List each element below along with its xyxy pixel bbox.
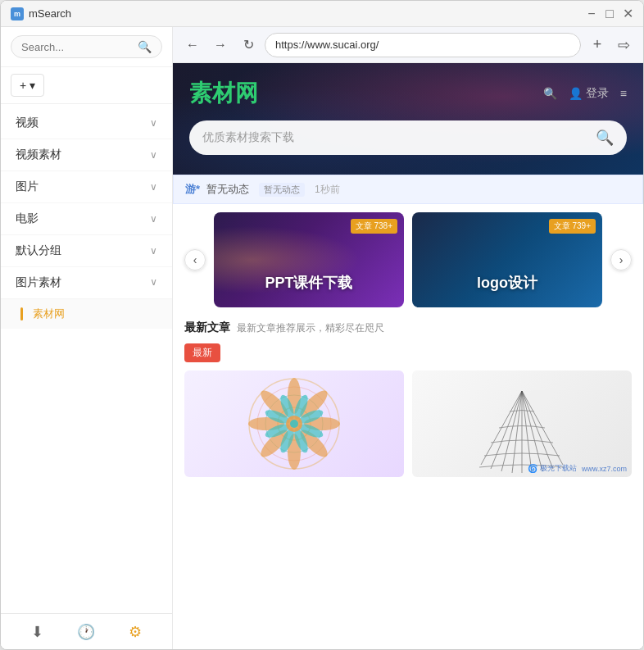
sidebar-item-label: 视频素材 xyxy=(16,148,61,162)
chevron-down-icon: ∨ xyxy=(150,245,157,257)
search-icon: 🔍 xyxy=(138,40,152,53)
next-button[interactable]: › xyxy=(610,249,632,270)
sidebar-search-area: 🔍 xyxy=(1,27,172,67)
sub-nav-item-sucai[interactable]: 素材网 xyxy=(1,299,172,329)
prev-button[interactable]: ‹ xyxy=(184,249,206,270)
site-login-button[interactable]: 👤 登录 xyxy=(569,86,609,101)
status-badge: 暂无动态 xyxy=(259,183,305,197)
articles-desc: 最新文章推荐展示，精彩尽在咫尺 xyxy=(237,321,384,335)
card-logo[interactable]: 文章 739+ logo设计 xyxy=(412,212,602,307)
chevron-down-icon: ∨ xyxy=(150,181,157,193)
nav-list: 视频 ∨ 视频素材 ∨ 图片 ∨ 电影 ∨ 默认分组 ∨ xyxy=(1,104,172,613)
next-icon: › xyxy=(619,253,624,266)
site-nav-right: 🔍 👤 登录 ≡ xyxy=(543,86,627,101)
site-search-bar[interactable]: 优质素材搜索下载 🔍 xyxy=(189,120,627,155)
download-icon[interactable]: ⬇ xyxy=(31,623,43,641)
add-button[interactable]: + ▾ xyxy=(11,74,44,97)
sidebar-item-video-material[interactable]: 视频素材 ∨ xyxy=(1,139,172,171)
sidebar-item-label: 电影 xyxy=(16,211,39,226)
cards-inner: 文章 738+ PPT课件下载 文章 739+ logo设计 xyxy=(214,212,602,307)
app-title: mSearch xyxy=(29,7,71,20)
menu-icon: ≡ xyxy=(620,87,627,100)
site-header: 素材网 🔍 👤 登录 ≡ 优质素材搜索下载 xyxy=(173,63,643,175)
chevron-down-icon: ∨ xyxy=(150,213,157,225)
mandala-svg xyxy=(245,375,343,473)
url-input[interactable] xyxy=(265,33,581,57)
sidebar-item-video[interactable]: 视频 ∨ xyxy=(1,107,172,139)
chevron-down-icon: ∨ xyxy=(150,149,157,161)
title-bar: m mSearch − □ ✕ xyxy=(1,1,643,27)
watermark: 🌀 极光下载站 www.xz7.com xyxy=(528,463,627,474)
newest-badge[interactable]: 最新 xyxy=(184,343,220,362)
articles-section: 最新文章 最新文章推荐展示，精彩尽在咫尺 最新 xyxy=(173,316,643,485)
chevron-up-icon: ∧ xyxy=(150,277,157,289)
browser-toolbar: ← → ↻ + ⇨ xyxy=(173,27,643,63)
card-title-ppt: PPT课件下载 xyxy=(214,273,404,293)
search-box[interactable]: 🔍 xyxy=(11,35,162,58)
sidebar-item-label: 默认分组 xyxy=(16,243,61,258)
site-menu-button[interactable]: ≡ xyxy=(620,87,627,100)
add-tab-button[interactable]: + xyxy=(586,34,609,57)
share-button[interactable]: ⇨ xyxy=(612,34,635,57)
maximize-button[interactable]: □ xyxy=(604,8,615,20)
minimize-button[interactable]: − xyxy=(586,8,597,20)
browser-area: ← → ↻ + ⇨ 素材网 🔍 xyxy=(173,27,643,649)
title-bar-left: m mSearch xyxy=(11,7,71,20)
sidebar-item-default-group[interactable]: 默认分组 ∨ xyxy=(1,235,172,267)
site-nav: 素材网 🔍 👤 登录 ≡ xyxy=(189,78,627,109)
back-button[interactable]: ← xyxy=(181,34,204,57)
active-indicator xyxy=(20,307,23,320)
status-bar: 游* 暂无动态 暂无动态 1秒前 xyxy=(173,175,643,204)
status-label: 暂无动态 xyxy=(206,182,249,197)
site-search-placeholder: 优质素材搜索下载 xyxy=(202,130,294,145)
sidebar-item-images[interactable]: 图片 ∨ xyxy=(1,171,172,203)
add-button-label: + ▾ xyxy=(20,79,35,92)
cards-container: ‹ 文章 738+ PPT课件下载 xyxy=(184,212,632,307)
sidebar-item-movies[interactable]: 电影 ∨ xyxy=(1,203,172,235)
sub-nav-item-label: 素材网 xyxy=(33,307,65,321)
svg-line-28 xyxy=(522,391,542,471)
forward-button[interactable]: → xyxy=(209,34,232,57)
history-icon[interactable]: 🕐 xyxy=(77,623,95,641)
logo-letter: m xyxy=(14,10,20,18)
chevron-down-icon: ∨ xyxy=(150,117,157,129)
site-search-icon[interactable]: 🔍 xyxy=(543,87,557,100)
close-button[interactable]: ✕ xyxy=(622,8,633,20)
card-title-logo: logo设计 xyxy=(412,273,602,293)
sidebar-item-label: 图片 xyxy=(16,180,39,194)
sidebar-item-image-material[interactable]: 图片素材 ∧ xyxy=(1,267,172,299)
site-logo: 素材网 xyxy=(189,78,258,109)
sidebar-toolbar: + ▾ xyxy=(1,67,172,104)
articles-title: 最新文章 xyxy=(184,320,230,335)
image-card-geometric[interactable]: 🌀 极光下载站 www.xz7.com xyxy=(412,370,632,477)
prev-icon: ‹ xyxy=(193,253,197,266)
svg-point-21 xyxy=(290,420,298,428)
image-grid: 🌀 极光下载站 www.xz7.com xyxy=(184,370,632,477)
sidebar-item-label: 图片素材 xyxy=(16,275,61,290)
login-label: 登录 xyxy=(586,86,609,101)
settings-icon[interactable]: ⚙ xyxy=(129,623,142,641)
status-time: 1秒前 xyxy=(315,183,340,197)
status-user: 游* xyxy=(185,182,200,197)
main-content: 🔍 + ▾ 视频 ∨ 视频素材 ∨ 图片 xyxy=(1,27,643,649)
watermark-url: www.xz7.com xyxy=(582,465,627,473)
browser-actions: + ⇨ xyxy=(586,34,635,57)
refresh-button[interactable]: ↻ xyxy=(237,34,260,57)
web-content[interactable]: 素材网 🔍 👤 登录 ≡ 优质素材搜索下载 xyxy=(173,63,643,649)
app-window: m mSearch − □ ✕ 🔍 + ▾ xyxy=(0,0,644,650)
app-logo: m xyxy=(11,7,24,20)
image-card-mandala[interactable] xyxy=(184,370,404,477)
sidebar-item-label: 视频 xyxy=(16,116,39,130)
search-input[interactable] xyxy=(21,41,133,53)
sub-nav: 素材网 xyxy=(1,299,172,329)
card-ppt[interactable]: 文章 738+ PPT课件下载 xyxy=(214,212,404,307)
watermark-text: 极光下载站 xyxy=(540,463,577,474)
card-badge-logo: 文章 739+ xyxy=(549,219,596,234)
cards-section: ‹ 文章 738+ PPT课件下载 xyxy=(173,204,643,316)
site-search-submit-icon[interactable]: 🔍 xyxy=(596,129,614,147)
sidebar-footer: ⬇ 🕐 ⚙ xyxy=(1,613,172,649)
articles-header: 最新文章 最新文章推荐展示，精彩尽在咫尺 xyxy=(184,320,632,335)
geo-svg xyxy=(473,375,571,473)
card-badge-ppt: 文章 738+ xyxy=(351,219,397,234)
svg-line-24 xyxy=(501,391,522,471)
